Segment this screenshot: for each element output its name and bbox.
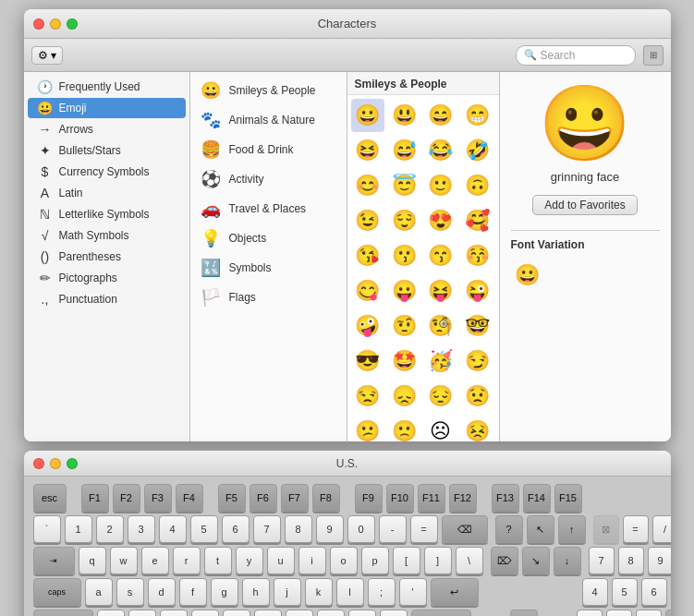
emoji-cell[interactable]: 🤪 — [351, 309, 384, 343]
sidebar-item-frequently-used[interactable]: 🕐 Frequently Used — [28, 77, 186, 97]
key-comma[interactable]: , — [317, 610, 345, 616]
emoji-cell[interactable]: 😍 — [424, 204, 457, 237]
key-semicolon[interactable]: ; — [368, 578, 396, 606]
sidebar-item-arrows[interactable]: → Arrows — [28, 119, 186, 139]
key-v[interactable]: v — [191, 610, 219, 616]
emoji-cell[interactable]: 🤣 — [460, 134, 493, 167]
key-7[interactable]: 7 — [253, 515, 281, 543]
key-num-7[interactable]: 7 — [589, 547, 615, 574]
key-g[interactable]: g — [211, 578, 238, 606]
key-tab[interactable]: ⇥ — [33, 547, 75, 574]
key-f[interactable]: f — [179, 578, 207, 606]
key-n[interactable]: n — [254, 610, 282, 616]
sidebar-item-math[interactable]: √ Math Symbols — [28, 225, 186, 246]
maximize-button[interactable] — [67, 18, 78, 30]
emoji-cell[interactable]: 😞 — [387, 380, 420, 413]
list-view-button[interactable]: ⊞ — [643, 45, 664, 66]
key-q[interactable]: q — [79, 547, 106, 574]
key-f12[interactable]: F12 — [449, 484, 477, 512]
emoji-cell[interactable]: 😆 — [351, 134, 384, 167]
key-o[interactable]: o — [330, 547, 358, 574]
font-variation-cell[interactable]: 😀 — [511, 259, 544, 292]
key-backslash[interactable]: \ — [456, 547, 483, 574]
emoji-cell[interactable]: 🤓 — [460, 309, 493, 343]
emoji-cell[interactable]: 😣 — [460, 415, 493, 441]
key-num-9[interactable]: 9 — [648, 547, 671, 574]
key-3[interactable]: 3 — [128, 515, 155, 543]
key-2[interactable]: 2 — [96, 515, 124, 543]
key-lbracket[interactable]: [ — [393, 547, 420, 574]
key-esc[interactable]: esc — [33, 484, 67, 512]
key-pgup[interactable]: ↑ — [558, 515, 586, 543]
key-minus[interactable]: - — [379, 515, 407, 543]
key-backspace[interactable]: ⌫ — [442, 515, 488, 543]
key-4[interactable]: 4 — [159, 515, 187, 543]
key-1[interactable]: 1 — [65, 515, 92, 543]
key-u[interactable]: u — [267, 547, 295, 574]
emoji-cell[interactable]: 😒 — [351, 380, 384, 413]
key-8[interactable]: 8 — [285, 515, 312, 543]
sidebar-item-currency-symbols[interactable]: $ Currency Symbols — [28, 162, 186, 182]
key-slash[interactable]: / — [380, 610, 408, 616]
key-m[interactable]: m — [286, 610, 313, 616]
key-num-slash[interactable]: / — [652, 515, 671, 543]
emoji-cell[interactable]: 😎 — [351, 344, 384, 378]
key-z[interactable]: z — [97, 610, 125, 616]
emoji-cell[interactable]: 😗 — [387, 239, 420, 272]
key-num-enter-top[interactable]: ⤶ — [665, 610, 671, 616]
key-f11[interactable]: F11 — [418, 484, 445, 512]
key-f9[interactable]: F9 — [355, 484, 383, 512]
subcat-travel[interactable]: 🚗 Travel & Places — [190, 194, 347, 223]
key-6[interactable]: 6 — [222, 515, 250, 543]
key-f7[interactable]: F7 — [281, 484, 309, 512]
emoji-cell[interactable]: 😏 — [460, 344, 493, 378]
close-button[interactable] — [33, 18, 44, 30]
emoji-cell[interactable]: 😟 — [460, 380, 493, 413]
key-b[interactable]: b — [223, 610, 250, 616]
emoji-cell[interactable]: 😜 — [460, 274, 493, 308]
key-num-equals[interactable]: = — [623, 515, 649, 543]
emoji-cell[interactable]: 🤨 — [387, 309, 420, 343]
emoji-cell[interactable]: 😉 — [351, 204, 384, 237]
key-rshift[interactable]: ⇧ — [411, 610, 471, 616]
keyboard-maximize-button[interactable] — [67, 458, 78, 469]
subcat-objects[interactable]: 💡 Objects — [190, 223, 347, 253]
add-favorites-button[interactable]: Add to Favorites — [532, 195, 637, 215]
key-f4[interactable]: F4 — [176, 484, 203, 512]
emoji-cell[interactable]: 🙃 — [460, 169, 493, 202]
key-home[interactable]: ↖ — [527, 515, 554, 543]
key-num-8[interactable]: 8 — [618, 547, 644, 574]
key-f1[interactable]: F1 — [81, 484, 109, 512]
key-equals[interactable]: = — [410, 515, 438, 543]
search-box[interactable]: 🔍 Search — [516, 45, 636, 66]
key-f14[interactable]: F14 — [523, 484, 551, 512]
emoji-cell[interactable]: 😄 — [424, 99, 457, 132]
key-9[interactable]: 9 — [316, 515, 344, 543]
emoji-cell[interactable]: 😘 — [351, 239, 384, 272]
emoji-cell[interactable]: 😃 — [387, 99, 420, 132]
key-arrow-up[interactable]: ↑ — [510, 610, 538, 616]
key-help[interactable]: ? — [495, 515, 523, 543]
emoji-cell[interactable]: ☹ — [424, 415, 457, 441]
key-f5[interactable]: F5 — [218, 484, 246, 512]
emoji-cell[interactable]: 😅 — [387, 134, 420, 167]
emoji-cell[interactable]: 😛 — [387, 274, 420, 308]
emoji-cell[interactable]: 🤩 — [387, 344, 420, 378]
key-f8[interactable]: F8 — [312, 484, 340, 512]
key-num-clear[interactable]: ⊠ — [593, 515, 619, 543]
key-0[interactable]: 0 — [347, 515, 375, 543]
key-num-4[interactable]: 4 — [582, 578, 608, 606]
key-num-1[interactable]: 1 — [577, 610, 603, 616]
keyboard-minimize-button[interactable] — [50, 458, 61, 469]
key-y[interactable]: y — [236, 547, 263, 574]
emoji-cell[interactable]: 😕 — [351, 415, 384, 441]
emoji-cell[interactable]: 😂 — [424, 134, 457, 167]
emoji-cell[interactable]: 😇 — [387, 169, 420, 202]
sidebar-item-letterlike[interactable]: ℕ Letterlike Symbols — [28, 204, 186, 224]
sidebar-item-punctuation[interactable]: ., Punctuation — [28, 289, 186, 309]
subcat-animals[interactable]: 🐾 Animals & Nature — [190, 105, 347, 135]
key-d[interactable]: d — [148, 578, 176, 606]
key-backtick[interactable]: ` — [33, 515, 61, 543]
key-r[interactable]: r — [173, 547, 201, 574]
key-period[interactable]: . — [348, 610, 376, 616]
